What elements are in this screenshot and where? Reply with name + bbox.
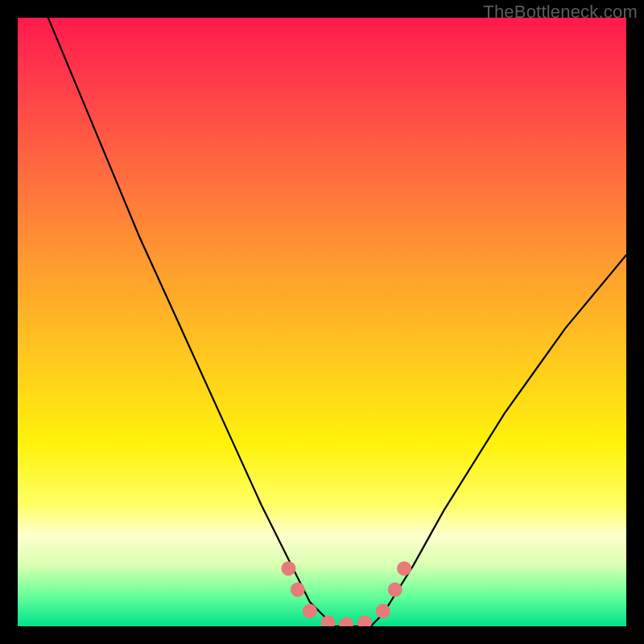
curve-marker: [388, 583, 402, 597]
curve-marker: [339, 617, 353, 626]
watermark-text: TheBottleneck.com: [483, 2, 638, 23]
curve-marker: [321, 616, 336, 627]
curve-marker: [281, 561, 295, 576]
chart-frame: [18, 18, 626, 626]
curve-marker: [397, 561, 411, 576]
curve-marker: [303, 604, 317, 618]
curve-marker: [376, 604, 390, 618]
bottleneck-curve: [18, 18, 626, 626]
curve-marker: [357, 616, 372, 627]
curve-marker: [291, 583, 305, 597]
